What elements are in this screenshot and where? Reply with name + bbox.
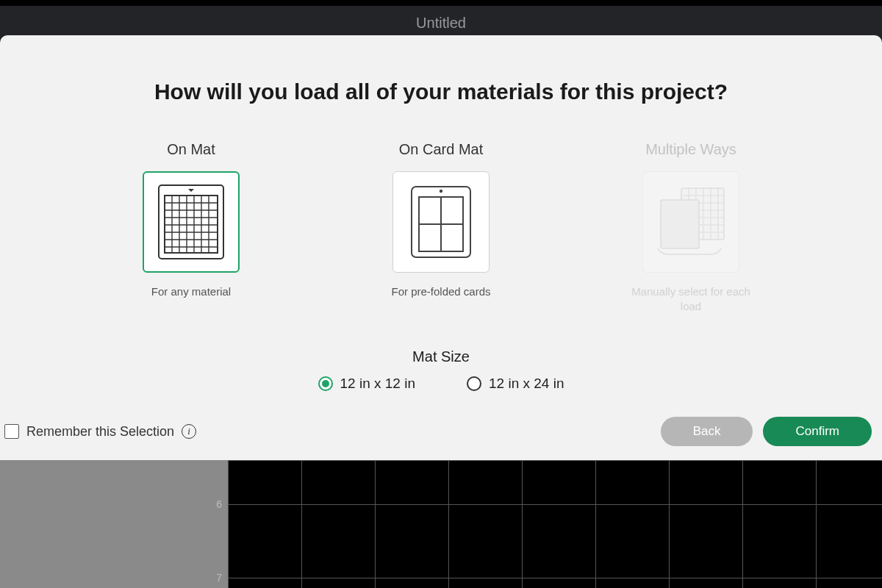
remember-label: Remember this Selection xyxy=(26,424,174,440)
ruler-mark: 6 xyxy=(207,498,222,510)
option-on-mat[interactable]: On Mat xyxy=(121,141,261,315)
option-card xyxy=(392,171,490,273)
radio-12x12[interactable]: 12 in x 12 in xyxy=(318,376,415,392)
remember-selection[interactable]: Remember this Selection i xyxy=(4,424,196,440)
svg-rect-2 xyxy=(165,196,218,253)
card-mat-icon xyxy=(406,182,476,262)
option-title: On Mat xyxy=(167,141,215,158)
option-on-card-mat[interactable]: On Card Mat For pre-folded cards xyxy=(371,141,511,315)
option-card xyxy=(143,171,240,273)
checkbox-icon[interactable] xyxy=(4,424,19,439)
confirm-button[interactable]: Confirm xyxy=(763,417,872,446)
option-title: Multiple Ways xyxy=(645,141,736,158)
option-multiple-ways: Multiple Ways xyxy=(621,141,761,315)
info-icon[interactable]: i xyxy=(182,424,196,439)
radio-label: 12 in x 24 in xyxy=(489,376,564,392)
radio-dot-icon xyxy=(467,376,481,391)
radio-dot-icon xyxy=(318,376,333,391)
mat-size-radios: 12 in x 12 in 12 in x 24 in xyxy=(29,376,853,392)
load-options: On Mat xyxy=(29,141,853,315)
option-desc: For any material xyxy=(151,284,231,299)
material-load-modal: How will you load all of your materials … xyxy=(0,35,882,460)
mat-grid-icon xyxy=(156,182,226,262)
radio-label: 12 in x 12 in xyxy=(340,376,415,392)
svg-marker-1 xyxy=(188,189,194,192)
project-title: Untitled xyxy=(416,15,466,31)
mat-size-label: Mat Size xyxy=(29,348,853,365)
modal-footer: Remember this Selection i Back Confirm xyxy=(0,415,882,448)
multiple-ways-icon xyxy=(650,182,731,262)
option-desc: Manually select for each load xyxy=(621,284,761,315)
svg-rect-33 xyxy=(661,200,699,248)
footer-buttons: Back Confirm xyxy=(661,417,872,446)
back-button[interactable]: Back xyxy=(661,417,753,446)
mat-size-section: Mat Size 12 in x 12 in 12 in x 24 in xyxy=(29,348,853,392)
ruler-mark: 7 xyxy=(207,572,222,584)
svg-point-17 xyxy=(440,190,442,193)
option-title: On Card Mat xyxy=(399,141,483,158)
canvas-grid xyxy=(228,460,882,588)
radio-12x24[interactable]: 12 in x 24 in xyxy=(467,376,564,392)
option-card xyxy=(642,171,739,273)
option-desc: For pre-folded cards xyxy=(391,284,490,299)
modal-heading: How will you load all of your materials … xyxy=(29,79,853,104)
